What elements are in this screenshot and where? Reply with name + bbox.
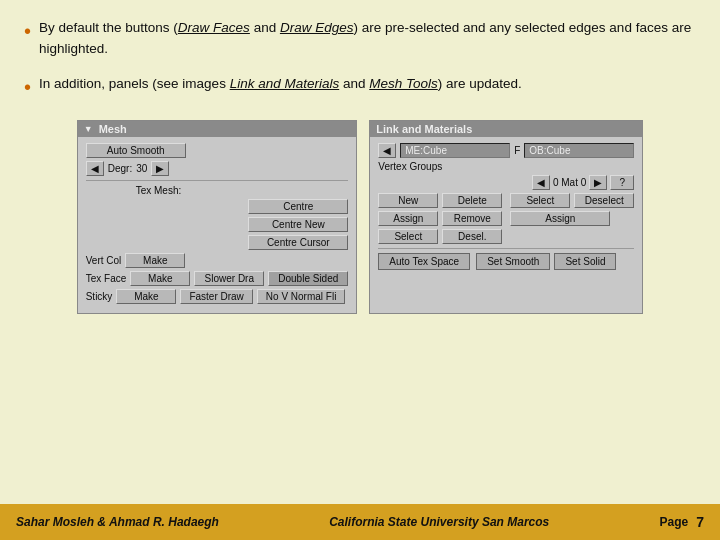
sticky-label: Sticky [86, 291, 113, 302]
set-solid-button[interactable]: Set Solid [554, 253, 616, 270]
bullet-text-2: In addition, panels (see images Link and… [39, 74, 522, 95]
bullet-1: • By default the buttons (Draw Faces and… [24, 18, 696, 60]
page-label: Page [660, 515, 689, 529]
select-button-1[interactable]: Select [378, 229, 438, 244]
new-button-1[interactable]: New [378, 193, 438, 208]
tex-mesh-label: Tex Mesh: [136, 185, 182, 196]
auto-smooth-button[interactable]: Auto Smooth [86, 143, 186, 158]
tex-face-label: Tex Face [86, 273, 127, 284]
bullet-dot-1: • [24, 16, 31, 46]
mat-label: 0 Mat 0 [553, 177, 586, 188]
buttons-section: New Delete Assign Remove Select Desel. [378, 193, 634, 244]
assign-remove-row: Assign Remove [378, 211, 502, 226]
double-sided-button[interactable]: Double Sided [268, 271, 348, 286]
assign2-row: Assign [510, 211, 634, 226]
assign-button-1[interactable]: Assign [378, 211, 438, 226]
vert-col-row: Vert Col Make [86, 253, 349, 268]
mesh-panel-title: ▼ Mesh [78, 121, 357, 137]
centre-row: Centre [86, 199, 349, 214]
auto-tex-space-button[interactable]: Auto Tex Space [378, 253, 470, 270]
centre-cursor-row: Centre Cursor [86, 235, 349, 250]
bullet-2: • In addition, panels (see images Link a… [24, 74, 696, 102]
delete-button-1[interactable]: Delete [442, 193, 502, 208]
left-btn-group: New Delete Assign Remove Select Desel. [378, 193, 502, 244]
centre-new-row: Centre New [86, 217, 349, 232]
footer-bar: Sahar Mosleh & Ahmad R. Hadaegh Californ… [0, 504, 720, 540]
mat-right-arrow[interactable]: ▶ [589, 175, 607, 190]
right-btn-group: Select Deselect Assign [510, 193, 634, 244]
footer-author: Sahar Mosleh & Ahmad R. Hadaegh [16, 515, 219, 529]
bullet-dot-2: • [24, 72, 31, 102]
link-panel-title: Link and Materials [370, 121, 642, 137]
slower-draw-button[interactable]: Slower Dra [194, 271, 264, 286]
mat-row: ◀ 0 Mat 0 ▶ ? [378, 175, 634, 190]
assign-button-2[interactable]: Assign [510, 211, 610, 226]
desel-button[interactable]: Desel. [442, 229, 502, 244]
question-button[interactable]: ? [610, 175, 634, 190]
page-number: 7 [696, 514, 704, 530]
deselect-button-2[interactable]: Deselect [574, 193, 634, 208]
ob-cube-label: OB:Cube [524, 143, 634, 158]
degr-right-arrow[interactable]: ▶ [151, 161, 169, 176]
centre-new-button[interactable]: Centre New [248, 217, 348, 232]
me-left-arrow[interactable]: ◀ [378, 143, 396, 158]
footer-university: California State University San Marcos [329, 515, 549, 529]
me-cube-label: ME:Cube [400, 143, 510, 158]
link-panel: Link and Materials ◀ ME:Cube F OB:Cube V… [369, 120, 643, 314]
panels-container: ▼ Mesh Auto Smooth ◀ Degr: 30 ▶ Tex [24, 120, 696, 314]
vertex-groups-label: Vertex Groups [378, 161, 634, 172]
mat-left-arrow[interactable]: ◀ [532, 175, 550, 190]
footer-page: Page 7 [660, 514, 704, 530]
sticky-make-button[interactable]: Make [116, 289, 176, 304]
set-smooth-button[interactable]: Set Smooth [476, 253, 550, 270]
faster-draw-button[interactable]: Faster Draw [180, 289, 252, 304]
mesh-title-arrow: ▼ [84, 124, 93, 134]
degr-label: Degr: [108, 163, 132, 174]
remove-button[interactable]: Remove [442, 211, 502, 226]
auto-smooth-row: Auto Smooth [86, 143, 349, 158]
new-delete-row: New Delete [378, 193, 502, 208]
bullet-text-1: By default the buttons (Draw Faces and D… [39, 18, 696, 60]
centre-button[interactable]: Centre [248, 199, 348, 214]
bottom-buttons-row: Auto Tex Space Set Smooth Set Solid [378, 253, 634, 270]
select2-deselect2-row: Select Deselect [510, 193, 634, 208]
f-label: F [514, 145, 520, 156]
sticky-row: Sticky Make Faster Draw No V Normal Fli [86, 289, 349, 304]
tex-mesh-row: Tex Mesh: [86, 185, 349, 196]
centre-cursor-button[interactable]: Centre Cursor [248, 235, 348, 250]
degr-row: ◀ Degr: 30 ▶ [86, 161, 349, 176]
select-desel-row: Select Desel. [378, 229, 502, 244]
degr-left-arrow[interactable]: ◀ [86, 161, 104, 176]
vert-col-make-button[interactable]: Make [125, 253, 185, 268]
me-ob-row: ◀ ME:Cube F OB:Cube [378, 143, 634, 158]
no-v-normal-button[interactable]: No V Normal Fli [257, 289, 346, 304]
mesh-title-label: Mesh [99, 123, 127, 135]
link-title-label: Link and Materials [376, 123, 472, 135]
mesh-panel: ▼ Mesh Auto Smooth ◀ Degr: 30 ▶ Tex [77, 120, 358, 314]
tex-face-row: Tex Face Make Slower Dra Double Sided [86, 271, 349, 286]
select-button-2[interactable]: Select [510, 193, 570, 208]
degr-value: 30 [136, 163, 147, 174]
vert-col-label: Vert Col [86, 255, 122, 266]
smooth-solid-row: Set Smooth Set Solid [476, 253, 616, 270]
tex-face-make-button[interactable]: Make [130, 271, 190, 286]
